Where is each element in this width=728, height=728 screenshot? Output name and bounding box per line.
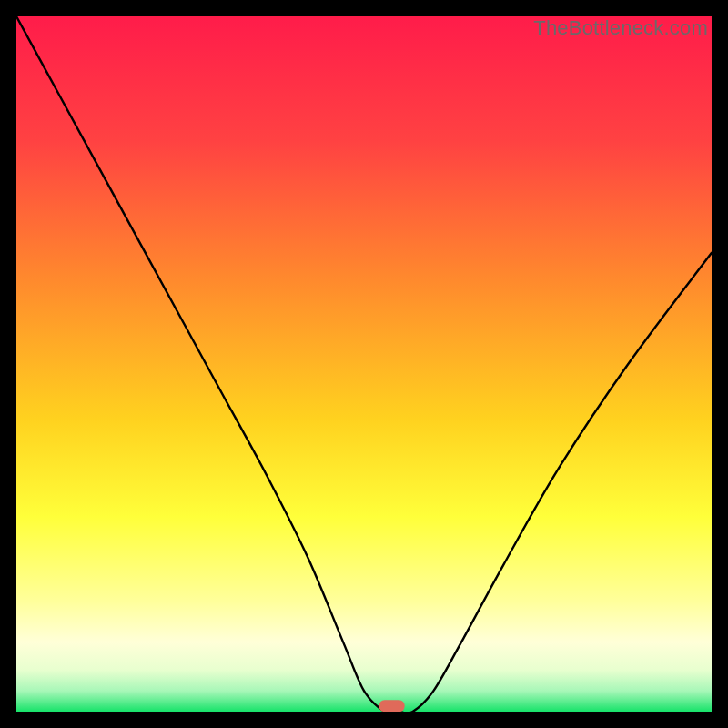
optimal-marker: [379, 700, 405, 712]
plot-frame: TheBottleneck.com: [16, 16, 712, 712]
bottleneck-chart: [16, 16, 712, 712]
watermark-text: TheBottleneck.com: [533, 16, 708, 40]
gradient-background: [16, 16, 712, 712]
